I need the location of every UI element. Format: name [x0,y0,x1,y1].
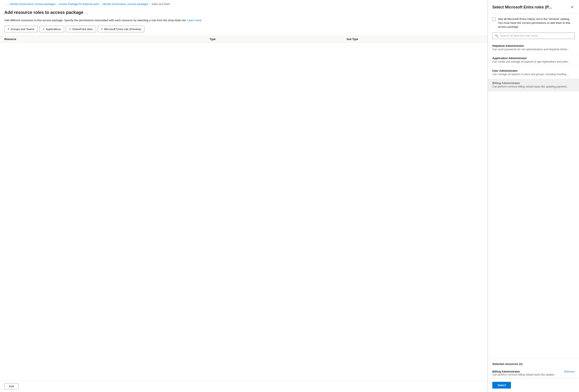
remove-link-0[interactable]: Remove [564,370,575,373]
breadcrumb-ellipsis[interactable]: ... [4,2,6,6]
role-desc-2: Can manage all aspects of users and grou… [492,73,575,76]
applications-label: Applications [46,27,61,31]
plus-icon-sharepoint: + [69,27,71,31]
side-panel-footer: Select [488,378,579,392]
sharepoint-button[interactable]: + SharePoint sites [66,26,96,32]
table-header: Resource Type Sub Type [0,36,488,43]
search-box: 🔍 [492,32,575,39]
col-header-subtype: Sub Type [347,38,483,41]
learn-more-link[interactable]: Learn more [187,19,202,22]
select-button[interactable]: Select [492,382,511,389]
role-list: Helpdesk Administrator Can reset passwor… [488,42,579,359]
breadcrumb-sep-0: › [8,2,9,6]
plus-icon-entra: + [101,27,103,31]
page-description: Add different resources to this access p… [0,18,488,26]
breadcrumb-sep-2: › [101,2,101,6]
col-header-type: Type [210,38,347,41]
add-button[interactable]: Add [4,383,18,390]
role-desc-3: Can perform common billing related tasks… [492,85,575,89]
page-title-menu[interactable]: ... [85,11,88,14]
entra-role-button[interactable]: + Microsoft Entra role (Preview) [98,26,144,32]
role-item-2[interactable]: User Administrator Can manage all aspect… [488,66,579,79]
breadcrumb-item-0[interactable]: Identity Governance | Access packages [10,2,56,6]
page-title-area: Add resource roles to access package ... [0,8,488,18]
search-input[interactable] [500,34,572,37]
search-icon: 🔍 [495,34,498,37]
main-content: ... › Identity Governance | Access packa… [0,0,488,392]
breadcrumb-sep-3: › [149,2,150,6]
groups-teams-button[interactable]: + Groups and Teams [4,26,38,32]
role-name-0: Helpdesk Administrator [492,44,575,47]
close-button[interactable]: ✕ [570,4,575,10]
entra-role-label: Microsoft Entra role (Preview) [104,27,141,31]
breadcrumb-item-1[interactable]: Access Package for External users [59,2,99,6]
role-desc-0: Can reset passwords for non-administrato… [492,48,575,51]
selected-res-desc-0: Can perform common billing related tasks… [492,373,556,376]
see-all-roles-checkbox[interactable] [492,17,496,21]
toolbar: + Groups and Teams + Applications + Shar… [0,26,488,36]
side-panel-title: Select Microsoft Entra roles (P... [492,5,552,9]
selected-res-name-0: Billing Administrator [492,370,556,373]
plus-icon-groups: + [7,27,9,31]
page-title: Add resource roles to access package [4,10,83,15]
role-name-3: Billing Administrator [492,81,575,85]
breadcrumb: ... › Identity Governance | Access packa… [0,0,488,8]
sharepoint-label: SharePoint sites [72,27,93,31]
see-all-roles-label: See all Microsoft Entra role(s) not in t… [498,17,575,29]
selected-resources-section: Selected resources (1) Billing Administr… [488,359,579,378]
plus-icon-apps: + [43,27,44,31]
selected-resource-info-0: Billing Administrator Can perform common… [492,370,556,376]
breadcrumb-item-2[interactable]: Identity Governance | Access packages [103,2,148,6]
role-name-2: User Administrator [492,69,575,72]
role-name-1: Application Administrator [492,57,575,60]
bottom-bar: Add [0,380,488,392]
side-panel: Select Microsoft Entra roles (P... ✕ See… [488,0,579,392]
groups-teams-label: Groups and Teams [11,27,34,31]
search-container: 🔍 [488,32,579,42]
table-body [0,43,488,380]
role-desc-1: Can create and manage all aspects of app… [492,60,575,64]
breadcrumb-item-3[interactable]: Sales and Mark... [152,2,172,6]
selected-resource-item-0: Billing Administrator Can perform common… [492,368,575,378]
see-all-roles-row: See all Microsoft Entra role(s) not in t… [488,14,579,32]
role-item-0[interactable]: Helpdesk Administrator Can reset passwor… [488,42,579,54]
role-item-3[interactable]: Billing Administrator Can perform common… [488,79,579,91]
applications-button[interactable]: + Applications [39,26,64,32]
role-item-1[interactable]: Application Administrator Can create and… [488,54,579,66]
breadcrumb-sep-1: › [57,2,58,6]
side-panel-header: Select Microsoft Entra roles (P... ✕ [488,0,579,14]
col-header-resource: Resource [4,38,210,41]
selected-resources-title: Selected resources (1) [492,362,575,366]
